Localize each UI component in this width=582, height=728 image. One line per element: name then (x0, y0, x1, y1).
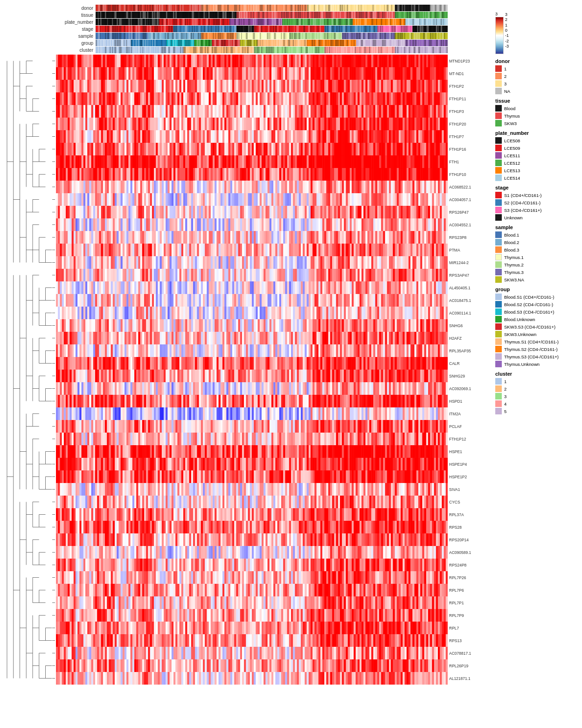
gene-label: AC092069.1 (448, 382, 490, 395)
gene-label: PTMA (448, 244, 490, 256)
group-bar-content (96, 40, 448, 46)
plate-item-lce511: LCE511 (495, 152, 577, 159)
plate-bar-row: plate_number (56, 19, 448, 25)
tissue-bar-row: tissue (56, 12, 448, 18)
group-item-thymus-s2: Thymus.S2 (CD4-/CD161-) (495, 346, 577, 352)
gene-label: RPS24P8 (448, 559, 490, 571)
cluster-legend-title: cluster (495, 371, 577, 377)
donor-item-3: 3 (495, 80, 577, 87)
gene-label: RPL7P6 (448, 584, 490, 596)
left-dendrogram (5, 55, 56, 723)
gene-label: HSPD1 (448, 395, 490, 407)
sample-bar-row: sample (56, 33, 448, 39)
gene-label: RPL7P9 (448, 609, 490, 622)
group-item-skw3-s3: SKW3.S3 (CD4-/CD161+) (495, 323, 577, 330)
gene-label: RPL37A (448, 508, 490, 521)
gene-label: RPS23P8 (448, 231, 490, 244)
gene-label: CALR (448, 357, 490, 370)
group-legend-title: group (495, 287, 577, 292)
plate-item-lce514: LCE514 (495, 175, 577, 181)
gene-label: AC090114.1 (448, 307, 490, 319)
group-legend: group Blood.S1 (CD4+/CD161-) Blood.S2 (C… (495, 287, 577, 367)
tissue-item-thymus: Thymus (495, 112, 577, 119)
gene-label: FTH1P2 (448, 80, 490, 92)
cluster-item-5: 5 (495, 408, 577, 414)
gene-label: HSPE1P2 (448, 470, 490, 483)
plate-item-lce508: LCE508 (495, 137, 577, 144)
gene-label: ITM2A (448, 407, 490, 420)
gene-label: RPS26P47 (448, 206, 490, 218)
tick-1: 1 (505, 23, 509, 28)
gene-label: FTH1P7 (448, 130, 490, 143)
gene-label: FTH1 (448, 155, 490, 168)
sample-item-blood1: Blood.1 (495, 231, 577, 238)
tissue-bar-content (96, 12, 448, 18)
cluster-item-1: 1 (495, 378, 577, 385)
gene-label: AC004552.1 (448, 218, 490, 231)
colorbar-max-label: 3 (495, 12, 504, 16)
sample-item-blood3: Blood.3 (495, 246, 577, 253)
gene-label: AC078817.1 (448, 647, 490, 659)
tick-n3: -3 (505, 44, 509, 49)
plate-item-lce509: LCE509 (495, 145, 577, 151)
tick-0: 0 (505, 28, 509, 33)
cluster-item-2: 2 (495, 385, 577, 392)
stage-legend-title: stage (495, 185, 577, 190)
group-item-blood-s2: Blood.S2 (CD4-/CD161-) (495, 301, 577, 308)
tick-n2: -2 (505, 39, 509, 43)
tissue-bar-label: tissue (56, 13, 96, 18)
donor-bar-label: donor (56, 6, 96, 11)
tick-2: 2 (505, 17, 509, 22)
legend-section: 3 3 2 1 0 -1 -2 -3 donor 1 2 3 NA tis (490, 5, 577, 723)
gene-label: FTH1P3 (448, 105, 490, 118)
plate-item-lce513: LCE513 (495, 167, 577, 174)
sample-item-thymus1: Thymus.1 (495, 254, 577, 260)
gene-label: FTH1P20 (448, 118, 490, 130)
gene-label: RPL35AP35 (448, 344, 490, 357)
tissue-item-skw3: SKW3 (495, 120, 577, 126)
donor-bar-content (96, 5, 448, 11)
cluster-item-3: 3 (495, 393, 577, 399)
cluster-legend: cluster 1 2 3 4 5 (495, 371, 577, 414)
plate-bar-label: plate_number (56, 20, 96, 25)
stage-legend: stage S1 (CD4+/CD161-) S2 (CD4-/CD161-) … (495, 185, 577, 221)
cluster-bar-row: cluster (56, 47, 448, 53)
sample-bar-content (96, 33, 448, 39)
gene-label: HSPE1 (448, 445, 490, 458)
gene-label: RPS20P14 (448, 533, 490, 546)
stage-bar-content (96, 26, 448, 32)
gene-label: AC090589.1 (448, 546, 490, 559)
group-item-blood-s1: Blood.S1 (CD4+/CD161-) (495, 294, 577, 300)
tissue-item-blood: Blood (495, 105, 577, 112)
gene-label: SNHG6 (448, 319, 490, 332)
gene-label: RPL26P19 (448, 659, 490, 672)
gene-label: AC018475.1 (448, 294, 490, 307)
gene-labels: MTND1P23MT-ND1FTH1P2FTH1P11FTH1P3FTH1P20… (448, 55, 490, 723)
cluster-bar-label: cluster (56, 48, 96, 53)
cluster-item-4: 4 (495, 400, 577, 407)
sample-item-thymus3: Thymus.3 (495, 269, 577, 275)
tissue-legend: tissue Blood Thymus SKW3 (495, 98, 577, 126)
donor-legend: donor 1 2 3 NA (495, 58, 577, 94)
stage-bar-label: stage (56, 27, 96, 32)
group-bar-label: group (56, 41, 96, 46)
gene-label: RPS3AP47 (448, 269, 490, 281)
gene-label: PCLAF (448, 420, 490, 433)
gene-label: H2AFZ (448, 332, 490, 344)
gene-label: AC004057.1 (448, 193, 490, 206)
sample-bar-label: sample (56, 34, 96, 39)
gene-label: RPS13 (448, 634, 490, 647)
gene-label: AL450405.1 (448, 281, 490, 294)
donor-item-1: 1 (495, 65, 577, 72)
gene-label: MT-ND1 (448, 67, 490, 80)
donor-item-2: 2 (495, 73, 577, 79)
stage-item-s1: S1 (CD4+/CD161-) (495, 192, 577, 198)
gene-label: RPL7 (448, 622, 490, 634)
gene-label: FTH1P12 (448, 433, 490, 445)
tick-n1: -1 (505, 33, 509, 38)
gene-label: FTH1P16 (448, 143, 490, 155)
donor-bar-row: donor (56, 5, 448, 11)
gene-label: SNHG29 (448, 370, 490, 382)
tick-3: 3 (505, 12, 509, 17)
colorbar-gradient (495, 17, 504, 54)
